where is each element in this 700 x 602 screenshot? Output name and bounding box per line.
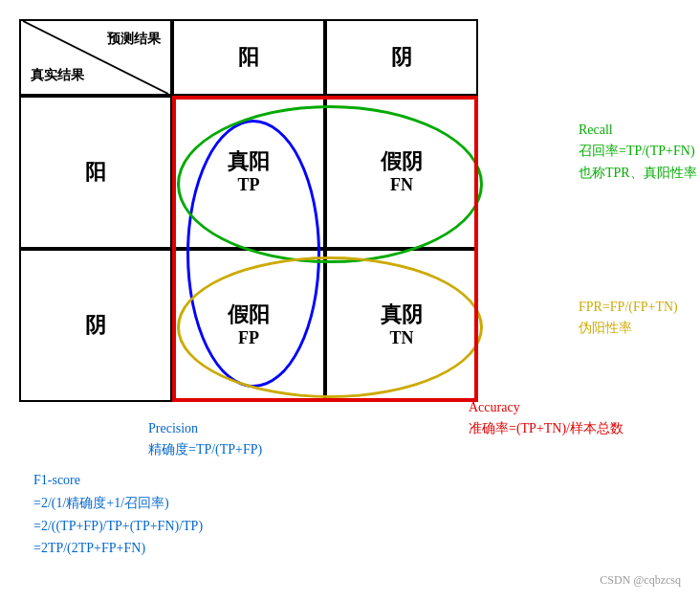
annotation-accuracy: Accuracy 准确率=(TP+TN)/样本总数: [469, 397, 623, 440]
fpr-note: 伪阳性率: [579, 318, 678, 339]
header-true: 真实结果: [31, 67, 84, 84]
cell-fn-label: 假阴: [381, 149, 423, 174]
f1-line2: =2/((TP+FP)/TP+(TP+FN)/TP): [33, 515, 203, 538]
annotation-f1: F1-score =2/(1/精确度+1/召回率) =2/((TP+FP)/TP…: [33, 469, 203, 560]
cell-tn-label: 真阴: [381, 302, 423, 327]
f1-line3: =2TP/(2TP+FP+FN): [33, 537, 203, 560]
cell-fn-abbr: FN: [390, 175, 413, 195]
matrix-area: 预测结果 真实结果 阳 阴 阳 真阳 TP 假阴 FN 阴: [19, 19, 555, 421]
cell-tn: 真阴 TN: [325, 249, 478, 402]
annotation-recall: Recall 召回率=TP/(TP+FN) 也称TPR、真阳性率: [579, 120, 697, 184]
cell-fp: 假阳 FP: [172, 249, 325, 402]
row-yin-header: 阴: [19, 249, 172, 402]
cell-fp-label: 假阳: [228, 302, 270, 327]
col-yin-header: 阴: [325, 19, 478, 96]
precision-formula: 精确度=TP/(TP+FP): [148, 439, 262, 460]
cell-tp-label: 真阳: [228, 149, 270, 174]
col-yin-label: 阴: [391, 45, 412, 70]
accuracy-formula: 准确率=(TP+TN)/样本总数: [469, 418, 623, 439]
f1-title: F1-score: [33, 469, 203, 492]
fpr-formula: FPR=FP/(FP+TN): [579, 297, 678, 318]
precision-title: Precision: [148, 418, 262, 439]
cell-fp-abbr: FP: [238, 328, 259, 348]
cell-tn-abbr: TN: [389, 328, 413, 348]
cell-tp: 真阳 TP: [172, 96, 325, 249]
recall-note: 也称TPR、真阳性率: [579, 163, 697, 184]
row-yang-header: 阳: [19, 96, 172, 249]
annotation-precision: Precision 精确度=TP/(TP+FP): [148, 418, 262, 461]
watermark: CSDN @cqbzcsq: [600, 573, 681, 588]
recall-title: Recall: [579, 120, 697, 141]
header-predict: 预测结果: [107, 31, 161, 48]
accuracy-title: Accuracy: [469, 397, 623, 418]
cell-diagonal: 预测结果 真实结果: [19, 19, 172, 96]
col-yang-header: 阳: [172, 19, 325, 96]
row-yin-label: 阴: [85, 313, 106, 338]
col-yang-label: 阳: [238, 45, 259, 70]
row-yang-label: 阳: [85, 160, 106, 185]
recall-formula: 召回率=TP/(TP+FN): [579, 141, 697, 162]
annotation-fpr: FPR=FP/(FP+TN) 伪阳性率: [579, 297, 678, 340]
f1-line1: =2/(1/精确度+1/召回率): [33, 492, 203, 515]
cell-tp-abbr: TP: [237, 175, 259, 195]
cell-fn: 假阴 FN: [325, 96, 478, 249]
main-container: 预测结果 真实结果 阳 阴 阳 真阳 TP 假阴 FN 阴: [0, 0, 700, 602]
